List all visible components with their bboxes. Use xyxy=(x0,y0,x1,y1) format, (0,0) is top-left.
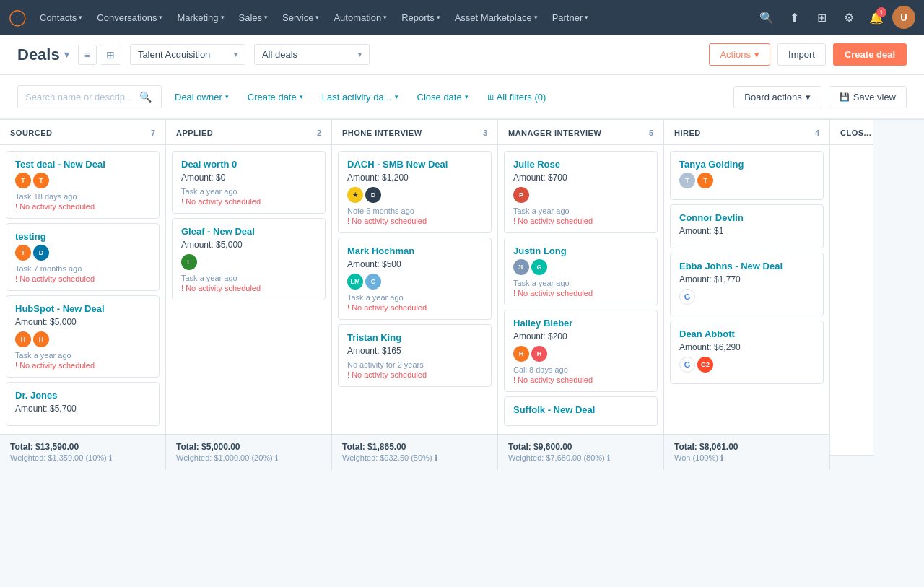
close-date-filter[interactable]: Close date ▾ xyxy=(411,87,474,108)
deal-owner-filter[interactable]: Deal owner ▾ xyxy=(169,87,235,108)
deal-card-dr-jones[interactable]: Dr. Jones Amount: $5,700 xyxy=(6,382,160,426)
board-actions-button[interactable]: Board actions ▾ xyxy=(733,86,821,108)
info-icon[interactable]: ℹ xyxy=(109,453,112,462)
deal-title: DACH - SMB New Deal xyxy=(347,159,482,170)
all-filters-button[interactable]: ⊞ All filters (0) xyxy=(481,87,552,108)
view-toggle: ≡ ⊞ xyxy=(78,45,121,65)
deal-card-deal-worth-0[interactable]: Deal worth 0 Amount: $0 Task a year ago … xyxy=(172,151,326,214)
deal-title: Julie Rose xyxy=(513,159,648,170)
board-container: SOURCED 7 Test deal - New Deal T T Task … xyxy=(0,119,924,470)
column-phone-count: 3 xyxy=(483,129,487,137)
column-hired-footer: Total: $8,061.00 Won (100%) ℹ xyxy=(664,434,829,470)
search-input[interactable] xyxy=(25,92,134,103)
deal-card-julie-rose[interactable]: Julie Rose Amount: $700 P Task a year ag… xyxy=(504,151,658,233)
deal-card-dean-abbott[interactable]: Dean Abbott Amount: $6,290 G G2 xyxy=(670,321,824,384)
nav-automation[interactable]: Automation ▾ xyxy=(326,0,394,35)
nav-marketing[interactable]: Marketing ▾ xyxy=(170,0,231,35)
nav-service[interactable]: Service ▾ xyxy=(275,0,326,35)
deal-avatars: H H xyxy=(15,331,150,347)
create-date-filter[interactable]: Create date ▾ xyxy=(242,87,309,108)
column-closed-header: CLOS... xyxy=(830,120,873,145)
info-icon[interactable]: ℹ xyxy=(275,453,278,462)
column-applied-footer: Total: $5,000.00 Weighted: $1,000.00 (20… xyxy=(166,434,331,470)
deal-activity: Call 8 days ago xyxy=(513,365,648,374)
last-activity-filter[interactable]: Last activity da... ▾ xyxy=(316,87,404,108)
filter-dropdown[interactable]: All deals ▾ xyxy=(254,44,370,65)
upgrade-icon-button[interactable]: ⬆ xyxy=(783,6,806,29)
search-icon-button[interactable]: 🔍 xyxy=(755,6,778,29)
column-hired-title: HIRED xyxy=(674,129,701,137)
search-button[interactable]: 🔍 xyxy=(139,91,152,103)
avatar: G2 xyxy=(697,357,713,373)
list-view-button[interactable]: ≡ xyxy=(78,45,97,65)
marketplace-icon-button[interactable]: ⊞ xyxy=(810,6,833,29)
info-icon[interactable]: ℹ xyxy=(607,453,610,462)
deals-dropdown-caret: ▾ xyxy=(64,49,69,60)
deal-amount: Amount: $1,770 xyxy=(679,274,814,284)
deal-warning: No activity scheduled xyxy=(513,375,648,384)
filter-bar: 🔍 Deal owner ▾ Create date ▾ Last activi… xyxy=(0,75,924,119)
column-total: Total: $5,000.00 xyxy=(176,442,321,452)
deal-warning: No activity scheduled xyxy=(513,217,648,225)
deal-amount: Amount: $5,700 xyxy=(15,404,150,414)
deal-card-hubspot[interactable]: HubSpot - New Deal Amount: $5,000 H H Ta… xyxy=(6,295,160,378)
column-weighted: Weighted: $1,359.00 (10%) ℹ xyxy=(10,453,155,463)
deal-activity: Task a year ago xyxy=(181,274,316,282)
column-manager-count: 5 xyxy=(649,129,653,137)
user-avatar-button[interactable]: U xyxy=(892,6,915,29)
column-applied-title: APPLIED xyxy=(176,129,213,137)
create-date-caret: ▾ xyxy=(300,93,303,100)
column-weighted: Weighted: $932.50 (50%) ℹ xyxy=(342,453,487,463)
deal-amount: Amount: $200 xyxy=(513,331,648,342)
deal-amount: Amount: $0 xyxy=(181,173,316,183)
deal-owner-caret: ▾ xyxy=(225,93,229,100)
deal-card-dach[interactable]: DACH - SMB New Deal Amount: $1,200 ★ D N… xyxy=(338,151,492,233)
deal-card-test-deal[interactable]: Test deal - New Deal T T Task 18 days ag… xyxy=(6,151,160,219)
deal-card-justin-long[interactable]: Justin Long JL G Task a year ago No acti… xyxy=(504,238,658,305)
deal-card-hailey-bieber[interactable]: Hailey Bieber Amount: $200 H H Call 8 da… xyxy=(504,310,658,392)
info-icon[interactable]: ℹ xyxy=(720,453,723,462)
deal-card-testing[interactable]: testing T D Task 7 months ago No activit… xyxy=(6,223,160,291)
deal-card-tristan-king[interactable]: Tristan King Amount: $165 No activity fo… xyxy=(338,324,492,387)
column-manager-cards: Julie Rose Amount: $700 P Task a year ag… xyxy=(498,145,663,434)
avatar: H xyxy=(531,346,547,362)
deal-card-ebba-johns[interactable]: Ebba Johns - New Deal Amount: $1,770 G xyxy=(670,253,824,316)
deal-amount: Amount: $700 xyxy=(513,173,648,183)
actions-button[interactable]: Actions ▾ xyxy=(709,43,770,66)
column-phone-cards: DACH - SMB New Deal Amount: $1,200 ★ D N… xyxy=(332,145,497,434)
deal-card-mark-hochman[interactable]: Mark Hochman Amount: $500 LM C Task a ye… xyxy=(338,238,492,320)
info-icon[interactable]: ℹ xyxy=(435,453,437,462)
nav-asset-marketplace[interactable]: Asset Marketplace ▾ xyxy=(448,0,545,35)
subheader: Deals ▾ ≡ ⊞ Talent Acquisition ▾ All dea… xyxy=(0,35,924,75)
deal-avatars: P xyxy=(513,187,648,203)
import-button[interactable]: Import xyxy=(777,43,826,66)
pipeline-dropdown[interactable]: Talent Acquisition ▾ xyxy=(130,44,245,65)
nav-reports[interactable]: Reports ▾ xyxy=(394,0,448,35)
deal-card-suffolk[interactable]: Suffolk - New Deal xyxy=(504,396,658,426)
hubspot-logo[interactable]: ◯ xyxy=(9,8,27,27)
deal-card-tanya-golding[interactable]: Tanya Golding T T xyxy=(670,151,824,200)
nav-contacts[interactable]: Contacts ▾ xyxy=(32,0,90,35)
filter-right-actions: Board actions ▾ 💾 Save view xyxy=(733,86,907,108)
deal-card-gleaf[interactable]: Gleaf - New Deal Amount: $5,000 L Task a… xyxy=(172,218,326,300)
grid-view-button[interactable]: ⊞ xyxy=(100,45,121,65)
column-sourced-footer: Total: $13,590.00 Weighted: $1,359.00 (1… xyxy=(0,434,165,470)
top-navigation: ◯ Contacts ▾ Conversations ▾ Marketing ▾… xyxy=(0,0,924,35)
nav-conversations[interactable]: Conversations ▾ xyxy=(90,0,170,35)
column-phone-interview: PHONE INTERVIEW 3 DACH - SMB New Deal Am… xyxy=(332,120,498,470)
deal-card-connor-devlin[interactable]: Connor Devlin Amount: $1 xyxy=(670,204,824,248)
settings-icon-button[interactable]: ⚙ xyxy=(837,6,860,29)
avatar: H xyxy=(15,331,31,347)
save-view-button[interactable]: 💾 Save view xyxy=(829,86,907,108)
deals-title[interactable]: Deals ▾ xyxy=(17,45,69,64)
nav-sales[interactable]: Sales ▾ xyxy=(232,0,276,35)
create-deal-button[interactable]: Create deal xyxy=(833,43,907,66)
column-sourced-cards: Test deal - New Deal T T Task 18 days ag… xyxy=(0,145,165,434)
deal-title: Test deal - New Deal xyxy=(15,159,150,170)
deal-title: Gleaf - New Deal xyxy=(181,226,316,237)
asset-marketplace-caret: ▾ xyxy=(534,14,538,21)
deal-activity: Task a year ago xyxy=(513,206,648,215)
nav-partner[interactable]: Partner ▾ xyxy=(545,0,596,35)
avatar: T xyxy=(679,173,695,188)
deal-warning: No activity scheduled xyxy=(513,289,648,297)
